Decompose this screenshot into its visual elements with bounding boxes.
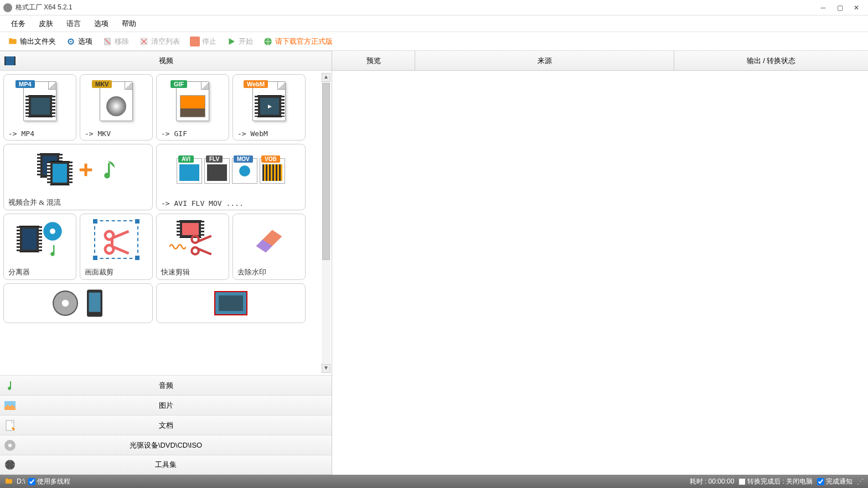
phone-icon bbox=[85, 288, 105, 319]
options-label: 选项 bbox=[78, 37, 92, 46]
tile-mkv[interactable]: MKV -> MKV bbox=[80, 74, 153, 141]
tools-category-icon bbox=[3, 458, 17, 471]
category-panel: 视频 MP4 -> MP4 bbox=[0, 51, 332, 475]
video-category-icon bbox=[3, 54, 17, 68]
status-drive[interactable]: D:\ bbox=[17, 477, 25, 485]
options-button[interactable]: 选项 bbox=[61, 34, 97, 49]
menu-help[interactable]: 帮助 bbox=[116, 17, 142, 31]
scrollbar-thumb[interactable] bbox=[322, 83, 330, 260]
shutdown-checkbox[interactable] bbox=[738, 478, 746, 485]
svg-point-19 bbox=[62, 300, 69, 307]
tile-splitter[interactable]: 分离器 bbox=[3, 214, 76, 280]
audio-category-icon bbox=[3, 379, 17, 392]
close-button[interactable]: ✕ bbox=[848, 2, 865, 13]
list-header: 预览 来源 输出 / 转换状态 bbox=[332, 51, 868, 71]
category-audio-label: 音频 bbox=[159, 381, 173, 391]
svg-point-12 bbox=[50, 229, 55, 234]
tile-splitter-label: 分离器 bbox=[4, 265, 76, 279]
download-link-label: 请下载官方正式版 bbox=[275, 37, 333, 46]
scroll-down-arrow[interactable]: ▼ bbox=[322, 364, 330, 373]
tile-gif-label: -> GIF bbox=[157, 127, 229, 140]
output-folder-button[interactable]: 输出文件夹 bbox=[3, 34, 60, 49]
resize-grip[interactable]: ⋰ bbox=[857, 477, 864, 485]
tile-merge-label: 视频合并 & 混流 bbox=[4, 195, 152, 210]
menu-options[interactable]: 选项 bbox=[89, 17, 114, 31]
notify-checkbox[interactable] bbox=[817, 478, 824, 485]
tile-watermark-label: 去除水印 bbox=[233, 265, 305, 279]
notify-option[interactable]: 完成通知 bbox=[817, 477, 852, 486]
music-note-icon bbox=[96, 156, 120, 184]
elapsed-time: 耗时 : 00:00:00 bbox=[690, 477, 735, 486]
category-disc-label: 光驱设备\DVD\CD\ISO bbox=[130, 440, 202, 450]
maximize-button[interactable]: ▢ bbox=[831, 2, 848, 13]
category-disc[interactable]: 光驱设备\DVD\CD\ISO bbox=[0, 435, 332, 455]
gif-badge: GIF bbox=[170, 80, 187, 88]
webm-badge: WebM bbox=[244, 80, 268, 88]
gear-icon bbox=[66, 37, 76, 46]
disc-split-icon bbox=[42, 220, 64, 242]
clear-icon bbox=[139, 37, 149, 46]
menu-skin[interactable]: 皮肤 bbox=[33, 17, 59, 31]
tile-partial-2[interactable] bbox=[156, 283, 306, 323]
list-body[interactable] bbox=[332, 71, 868, 475]
category-tools-label: 工具集 bbox=[155, 460, 177, 470]
globe-icon bbox=[263, 37, 273, 46]
menu-task[interactable]: 任务 bbox=[6, 17, 31, 31]
svg-rect-21 bbox=[89, 293, 101, 312]
download-link[interactable]: 请下载官方正式版 bbox=[259, 34, 337, 49]
stop-icon bbox=[190, 37, 200, 46]
tile-more-formats[interactable]: AVI FLV MOV VOB -> AVI FLV MOV .... bbox=[156, 144, 306, 210]
tile-more-label: -> AVI FLV MOV .... bbox=[157, 197, 305, 210]
tile-crop[interactable]: 画面裁剪 bbox=[80, 214, 153, 280]
svg-point-1 bbox=[70, 40, 72, 42]
toolbar: 输出文件夹 选项 移除 清空列表 停止 开始 请下载官方正式版 bbox=[0, 32, 868, 51]
after-done-option[interactable]: 转换完成后 : 关闭电脑 bbox=[738, 477, 813, 486]
app-icon bbox=[3, 3, 12, 12]
start-label: 开始 bbox=[239, 37, 253, 46]
multithread-input[interactable] bbox=[28, 478, 35, 485]
menu-language[interactable]: 语言 bbox=[61, 17, 86, 31]
mkv-badge: MKV bbox=[92, 80, 112, 88]
category-picture[interactable]: 图片 bbox=[0, 395, 332, 415]
status-bar: D:\ 使用多线程 耗时 : 00:00:00 转换完成后 : 关闭电脑 完成通… bbox=[0, 475, 868, 488]
vertical-scrollbar[interactable]: ▲ ▼ bbox=[322, 73, 330, 373]
tile-quick-edit[interactable]: 快速剪辑 bbox=[156, 214, 229, 280]
category-video-header[interactable]: 视频 bbox=[0, 51, 332, 71]
tile-webm-label: -> WebM bbox=[233, 127, 305, 140]
folder-status-icon bbox=[4, 477, 13, 486]
eraser-icon bbox=[250, 223, 288, 256]
remove-label: 移除 bbox=[115, 37, 129, 46]
category-document[interactable]: 文档 bbox=[0, 415, 332, 435]
scroll-up-arrow[interactable]: ▲ bbox=[322, 73, 330, 82]
mp4-badge: MP4 bbox=[16, 80, 35, 88]
tile-webm[interactable]: ▶ WebM -> WebM bbox=[232, 74, 306, 141]
scissors-icon bbox=[100, 226, 133, 259]
tile-partial-1[interactable] bbox=[3, 283, 153, 323]
tile-video-merge[interactable]: 视频合并 & 混流 bbox=[3, 144, 153, 210]
stop-button[interactable]: 停止 bbox=[185, 34, 221, 49]
tile-mkv-label: -> MKV bbox=[80, 127, 152, 140]
remove-button[interactable]: 移除 bbox=[98, 34, 133, 49]
svg-rect-10 bbox=[14, 56, 16, 65]
tile-remove-watermark[interactable]: 去除水印 bbox=[232, 214, 306, 280]
picture-category-icon bbox=[3, 399, 17, 412]
stop-label: 停止 bbox=[202, 37, 216, 46]
tile-gif[interactable]: GIF -> GIF bbox=[156, 74, 229, 141]
clear-list-button[interactable]: 清空列表 bbox=[135, 34, 184, 49]
tile-quick-label: 快速剪辑 bbox=[157, 265, 229, 279]
tile-mp4-label: -> MP4 bbox=[4, 127, 76, 140]
start-button[interactable]: 开始 bbox=[222, 34, 257, 49]
disc-category-icon bbox=[3, 439, 17, 452]
col-preview[interactable]: 预览 bbox=[332, 51, 415, 70]
video-format-area: MP4 -> MP4 MKV -> MK bbox=[0, 71, 332, 375]
col-output[interactable]: 输出 / 转换状态 bbox=[674, 51, 868, 70]
category-audio[interactable]: 音频 bbox=[0, 375, 332, 395]
multithread-checkbox[interactable]: 使用多线程 bbox=[28, 477, 70, 486]
col-source[interactable]: 来源 bbox=[415, 51, 674, 70]
document-category-icon bbox=[3, 419, 17, 432]
category-tools[interactable]: 工具集 bbox=[0, 455, 332, 475]
minimize-button[interactable]: ─ bbox=[815, 2, 831, 13]
menu-bar: 任务 皮肤 语言 选项 帮助 bbox=[0, 15, 868, 32]
tile-mp4[interactable]: MP4 -> MP4 bbox=[3, 74, 76, 141]
main-area: 视频 MP4 -> MP4 bbox=[0, 51, 868, 475]
